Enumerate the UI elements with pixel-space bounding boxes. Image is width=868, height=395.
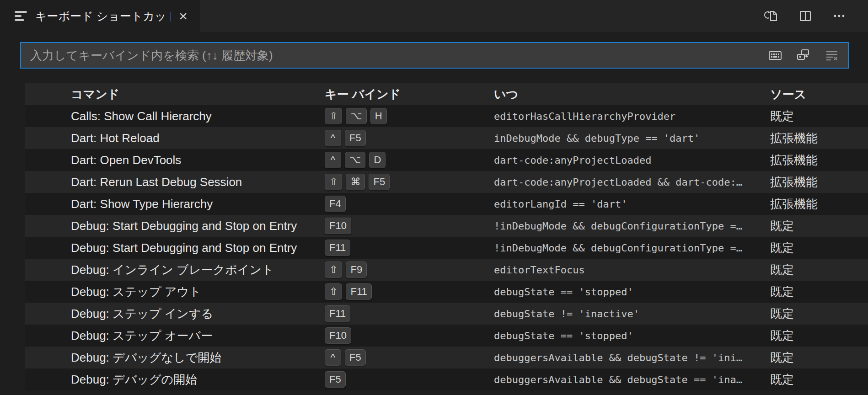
- header-command: コマンド: [25, 86, 325, 102]
- keycap: ⇧: [325, 283, 342, 300]
- keybinding-row[interactable]: Debug: インライン ブレークポイント ⇧F9 editorTextFocu…: [25, 259, 868, 281]
- keybinding-row[interactable]: Dart: Rerun Last Debug Session ⇧⌘F5 dart…: [25, 171, 868, 193]
- keycap: D: [369, 152, 386, 168]
- command-cell: Dart: Rerun Last Debug Session: [25, 175, 325, 189]
- keybindings-table: コマンド キー バインド いつ ソース Calls: Show Call Hie…: [25, 83, 868, 390]
- command-cell: Debug: デバッグの開始: [25, 372, 325, 388]
- keybinding-cell: ⇧F11: [325, 283, 494, 300]
- editor-tab-bar: キーボード ショートカット ×: [0, 0, 868, 32]
- keybindings-table-body: Calls: Show Call Hierarchy ⇧⌥H editorHas…: [25, 105, 868, 390]
- keybinding-row[interactable]: Debug: デバッグなしで開始 ^F5 debuggersAvailable …: [25, 347, 868, 368]
- keycap: F5: [369, 174, 390, 190]
- keycap: F4: [325, 196, 346, 212]
- keybindings-table-header: コマンド キー バインド いつ ソース: [25, 83, 868, 105]
- record-keys-icon[interactable]: [767, 48, 783, 63]
- keycap: F10: [325, 218, 351, 234]
- more-actions-icon[interactable]: [831, 8, 847, 24]
- keybinding-row[interactable]: Dart: Show Type Hierarchy F4 editorLangI…: [25, 193, 868, 215]
- keycap: ⌘: [346, 174, 365, 190]
- header-when: いつ: [494, 86, 770, 102]
- keybinding-cell: ⇧F9: [325, 262, 494, 278]
- search-actions: [767, 48, 840, 63]
- keybinding-row[interactable]: Calls: Show Call Hierarchy ⇧⌥H editorHas…: [25, 105, 868, 127]
- keycap: ^: [325, 152, 341, 168]
- keybinding-cell: F11: [325, 240, 494, 256]
- keycap: F5: [345, 130, 366, 146]
- source-cell: 既定: [770, 284, 868, 300]
- command-cell: Debug: Start Debugging and Stop on Entry: [25, 241, 325, 255]
- command-cell: Dart: Hot Reload: [25, 131, 325, 145]
- open-keybindings-json-icon[interactable]: [764, 8, 779, 24]
- source-cell: 既定: [770, 372, 868, 388]
- keybinding-row[interactable]: Debug: Start Debugging and Stop on Entry…: [25, 237, 868, 259]
- keybinding-cell: ^F5: [325, 349, 494, 366]
- command-cell: Calls: Show Call Hierarchy: [25, 109, 325, 123]
- source-cell: 既定: [770, 262, 868, 278]
- source-cell: 拡張機能: [770, 130, 868, 146]
- keybinding-row[interactable]: Debug: ステップ インする F11 debugState != 'inac…: [25, 303, 868, 325]
- keycap: F5: [345, 349, 366, 366]
- close-tab-icon[interactable]: ×: [179, 9, 188, 23]
- keybinding-row[interactable]: Debug: デバッグの開始 F5 debuggersAvailable && …: [25, 368, 868, 390]
- when-cell: editorLangId == 'dart': [494, 198, 770, 210]
- keycap: H: [370, 108, 387, 124]
- split-editor-icon[interactable]: [798, 8, 813, 24]
- command-cell: Dart: Show Type Hierarchy: [25, 197, 325, 211]
- keybinding-cell: F4: [325, 196, 494, 212]
- when-cell: debugState == 'stopped': [494, 330, 770, 342]
- when-cell: inDebugMode && debugType == 'dart': [494, 133, 770, 144]
- keybinding-cell: ⇧⌘F5: [325, 174, 494, 190]
- keybinding-cell: ⇧⌥H: [325, 108, 494, 124]
- keybindings-search-input[interactable]: [29, 48, 767, 63]
- source-cell: 既定: [770, 306, 868, 322]
- keybinding-row[interactable]: Dart: Hot Reload ^F5 inDebugMode && debu…: [25, 127, 868, 149]
- keycap: F5: [325, 371, 346, 388]
- source-cell: 拡張機能: [770, 152, 868, 168]
- keycap: ⌥: [346, 108, 366, 124]
- keycap: ^: [325, 130, 341, 146]
- header-source: ソース: [770, 86, 868, 102]
- command-cell: Debug: デバッグなしで開始: [25, 350, 325, 366]
- keybinding-cell: F10: [325, 327, 494, 344]
- source-cell: 既定: [770, 240, 868, 256]
- tab-title: キーボード ショートカット: [35, 9, 171, 24]
- command-cell: Debug: ステップ インする: [25, 306, 325, 322]
- keybindings-search-box[interactable]: [20, 42, 849, 69]
- keycap: F11: [325, 305, 350, 322]
- sort-by-precedence-icon[interactable]: [796, 48, 811, 63]
- when-cell: editorHasCallHierarchyProvider: [494, 111, 770, 122]
- when-cell: dart-code:anyProjectLoaded: [494, 155, 770, 166]
- when-cell: debuggersAvailable && debugState == 'ina…: [494, 374, 770, 385]
- header-keybinding: キー バインド: [325, 86, 494, 102]
- keybinding-row[interactable]: Debug: Start Debugging and Stop on Entry…: [25, 215, 868, 237]
- keycap: ⇧: [325, 108, 342, 124]
- command-cell: Debug: インライン ブレークポイント: [25, 262, 325, 278]
- keycap: F11: [325, 240, 350, 256]
- keybinding-row[interactable]: Dart: Open DevTools ^⌥D dart-code:anyPro…: [25, 149, 868, 171]
- keycap: ⌥: [345, 152, 365, 168]
- source-cell: 拡張機能: [770, 174, 868, 190]
- source-cell: 既定: [770, 218, 868, 234]
- keybinding-cell: ^F5: [325, 130, 494, 146]
- tab-keyboard-shortcuts[interactable]: キーボード ショートカット ×: [0, 0, 200, 32]
- keybindings-list-icon: [15, 11, 27, 21]
- command-cell: Dart: Open DevTools: [25, 153, 325, 167]
- keycap: ⇧: [325, 262, 342, 278]
- keybinding-cell: F11: [325, 305, 494, 322]
- when-cell: dart-code:anyProjectLoaded && dart-code:…: [494, 176, 770, 188]
- keybinding-cell: F10: [325, 218, 494, 234]
- editor-actions: [764, 0, 868, 32]
- keybinding-row[interactable]: Debug: ステップ オーバー F10 debugState == 'stop…: [25, 325, 868, 347]
- command-cell: Debug: ステップ オーバー: [25, 328, 325, 344]
- when-cell: !inDebugMode && debugConfigurationType =…: [494, 220, 770, 232]
- when-cell: editorTextFocus: [494, 264, 770, 276]
- when-cell: debugState != 'inactive': [494, 308, 770, 320]
- clear-keybindings-search-icon[interactable]: [824, 48, 840, 63]
- keybinding-cell: ^⌥D: [325, 152, 494, 168]
- keybinding-cell: F5: [325, 371, 494, 388]
- keycap: ^: [325, 349, 341, 366]
- source-cell: 既定: [770, 328, 868, 344]
- source-cell: 拡張機能: [770, 196, 868, 212]
- keybinding-row[interactable]: Debug: ステップ アウト ⇧F11 debugState == 'stop…: [25, 281, 868, 303]
- when-cell: debugState == 'stopped': [494, 286, 770, 298]
